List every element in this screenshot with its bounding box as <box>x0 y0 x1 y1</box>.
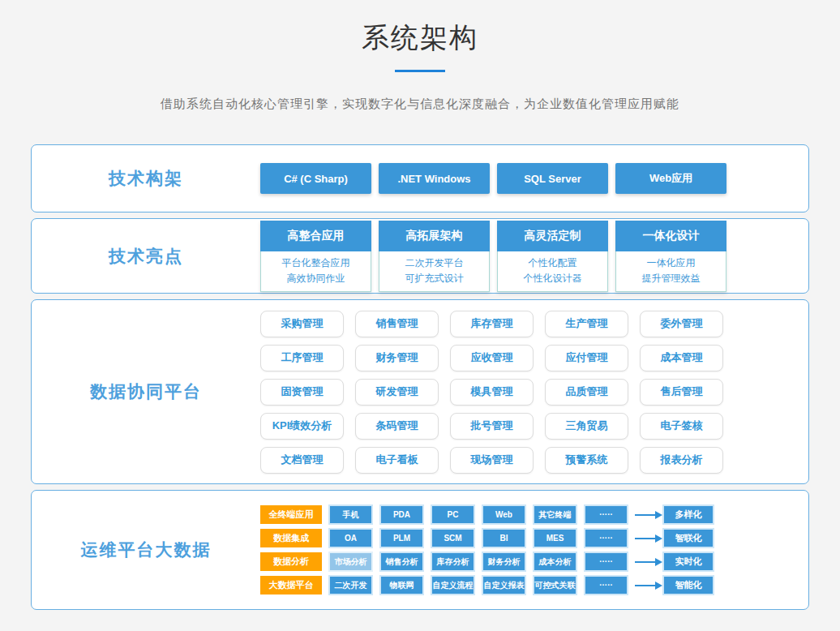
ops-category-badge: 大数据平台 <box>260 576 322 595</box>
ops-result-badge: 多样化 <box>662 504 714 525</box>
tech-button-dotnet-windows[interactable]: .NET Windows <box>379 163 490 194</box>
module-button-purchasing[interactable]: 采购管理 <box>260 311 344 337</box>
highlight-line: 一体化应用 <box>616 255 726 271</box>
title-underline <box>395 70 445 72</box>
module-button-quality[interactable]: 品质管理 <box>545 379 628 406</box>
ops-row-bigdata: 大数据平台 二次开发 物联网 自定义流程 自定义报表 可控式关联 ····· 智… <box>260 575 714 595</box>
section-tech-framework: 技术构架 C# (C Sharp) .NET Windows SQL Serve… <box>31 144 809 212</box>
section-tech-highlights: 技术亮点 高整合应用 平台化整合应用 高效协同作业 高拓展架构 二次开发平台 可… <box>31 218 809 294</box>
ops-cell: 手机 <box>328 504 373 525</box>
module-button-mold[interactable]: 模具管理 <box>450 379 534 406</box>
ops-cell: MES <box>533 528 577 548</box>
ops-cell: PLM <box>379 528 424 548</box>
highlight-card-extensibility: 高拓展架构 二次开发平台 可扩充式设计 <box>379 221 490 292</box>
module-button-inventory[interactable]: 库存管理 <box>450 311 534 337</box>
highlight-line: 平台化整合应用 <box>261 255 371 271</box>
module-button-sales[interactable]: 销售管理 <box>355 311 439 337</box>
highlight-line: 可扩充式设计 <box>379 271 489 286</box>
page-header: 系统架构 借助系统自动化核心管理引擎，实现数字化与信息化深度融合，为企业数值化管… <box>0 0 840 112</box>
tech-button-web-app[interactable]: Web应用 <box>615 163 726 194</box>
module-button-e-signature[interactable]: 电子签核 <box>640 413 723 440</box>
module-button-receivables[interactable]: 应收管理 <box>450 345 534 371</box>
module-button-payables[interactable]: 应付管理 <box>545 345 628 371</box>
sections-container: 技术构架 C# (C Sharp) .NET Windows SQL Serve… <box>31 144 809 610</box>
section-data-platform: 数据协同平台 采购管理 销售管理 库存管理 生产管理 委外管理 工序管理 财务管… <box>31 299 809 484</box>
ops-cell: 二次开发 <box>328 575 373 595</box>
ops-cell: 自定义流程 <box>431 575 475 595</box>
module-button-rnd[interactable]: 研发管理 <box>355 379 439 406</box>
ops-cell: OA <box>328 528 373 548</box>
section-label-tech-framework: 技术构架 <box>32 167 260 190</box>
highlight-card-integration: 高整合应用 平台化整合应用 高效协同作业 <box>260 221 371 292</box>
arrow-right-icon <box>635 538 656 539</box>
ops-result-badge: 智能化 <box>662 575 714 595</box>
page-subtitle: 借助系统自动化核心管理引擎，实现数字化与信息化深度融合，为企业数值化管理应用赋能 <box>0 97 840 112</box>
module-button-after-sales[interactable]: 售后管理 <box>640 379 723 406</box>
ops-result-badge: 实时化 <box>662 552 714 572</box>
page-title: 系统架构 <box>0 19 840 57</box>
ops-cell: PDA <box>379 504 424 525</box>
module-button-triangle-trade[interactable]: 三角贸易 <box>545 413 628 440</box>
module-button-report-analysis[interactable]: 报表分析 <box>640 447 723 474</box>
ops-cell: 成本分析 <box>533 552 577 572</box>
highlight-line: 个性化配置 <box>498 255 607 271</box>
ops-cell: 财务分析 <box>482 552 526 572</box>
highlight-cards-row: 高整合应用 平台化整合应用 高效协同作业 高拓展架构 二次开发平台 可扩充式设计… <box>260 221 726 292</box>
highlight-card-title: 高整合应用 <box>260 221 371 251</box>
module-button-finance[interactable]: 财务管理 <box>355 345 439 371</box>
section-label-tech-highlights: 技术亮点 <box>32 245 260 268</box>
ops-rows: 全终端应用 手机 PDA PC Web 其它终端 ····· 多样化 数据集成 … <box>260 504 714 595</box>
highlight-card-title: 高灵活定制 <box>497 221 608 251</box>
module-button-shopfloor[interactable]: 现场管理 <box>450 447 534 474</box>
module-grid: 采购管理 销售管理 库存管理 生产管理 委外管理 工序管理 财务管理 应收管理 … <box>260 311 723 474</box>
ops-cell: SCM <box>431 528 475 548</box>
ops-row-terminals: 全终端应用 手机 PDA PC Web 其它终端 ····· 多样化 <box>260 504 714 525</box>
module-button-production[interactable]: 生产管理 <box>545 311 628 337</box>
tech-button-csharp[interactable]: C# (C Sharp) <box>260 163 371 194</box>
highlight-card-title: 一体化设计 <box>615 221 726 251</box>
arrow-right-icon <box>635 514 656 516</box>
module-button-barcode[interactable]: 条码管理 <box>355 413 439 440</box>
highlight-line: 个性化设计器 <box>498 271 607 286</box>
ops-category-badge: 全终端应用 <box>260 505 322 524</box>
highlight-card-body: 一体化应用 提升管理效益 <box>615 251 726 292</box>
highlight-line: 提升管理效益 <box>616 271 726 286</box>
ops-cell: 市场分析 <box>328 552 373 572</box>
ops-cell: PC <box>431 504 475 525</box>
highlight-card-flexibility: 高灵活定制 个性化配置 个性化设计器 <box>497 221 608 292</box>
module-button-kpi[interactable]: KPI绩效分析 <box>260 413 344 440</box>
module-button-cost[interactable]: 成本管理 <box>640 345 723 371</box>
ops-category-badge: 数据分析 <box>260 552 322 571</box>
highlight-card-title: 高拓展架构 <box>379 221 490 251</box>
module-button-fixed-assets[interactable]: 固资管理 <box>260 379 344 406</box>
highlight-line: 高效协同作业 <box>261 271 371 286</box>
tech-buttons-row: C# (C Sharp) .NET Windows SQL Server Web… <box>260 163 726 194</box>
arrow-right-icon <box>635 585 656 586</box>
ops-cell-ellipsis: ····· <box>584 575 628 595</box>
ops-cell-ellipsis: ····· <box>584 528 628 548</box>
ops-cell: 库存分析 <box>431 552 475 572</box>
ops-cell: 其它终端 <box>533 504 577 525</box>
ops-cell-ellipsis: ····· <box>584 504 628 525</box>
module-button-outsourcing[interactable]: 委外管理 <box>640 311 723 337</box>
module-button-documents[interactable]: 文档管理 <box>260 447 344 474</box>
ops-row-integration: 数据集成 OA PLM SCM BI MES ····· 智联化 <box>260 528 714 548</box>
arrow-right-icon <box>635 561 656 563</box>
highlight-card-body: 平台化整合应用 高效协同作业 <box>260 251 371 292</box>
tech-button-sql-server[interactable]: SQL Server <box>497 163 608 194</box>
ops-result-badge: 智联化 <box>662 528 714 548</box>
ops-row-analysis: 数据分析 市场分析 销售分析 库存分析 财务分析 成本分析 ····· 实时化 <box>260 552 714 572</box>
section-label-ops-platform: 运维平台大数据 <box>32 539 260 561</box>
ops-category-badge: 数据集成 <box>260 529 322 547</box>
ops-cell: 物联网 <box>379 575 424 595</box>
ops-cell-ellipsis: ····· <box>584 552 628 572</box>
module-button-process[interactable]: 工序管理 <box>260 345 344 371</box>
ops-cell: BI <box>482 528 526 548</box>
module-button-batch[interactable]: 批号管理 <box>450 413 534 440</box>
ops-cell: 自定义报表 <box>482 575 526 595</box>
module-button-alert-system[interactable]: 预警系统 <box>545 447 628 474</box>
ops-cell: 可控式关联 <box>533 575 577 595</box>
module-button-e-kanban[interactable]: 电子看板 <box>355 447 439 474</box>
ops-cell: Web <box>482 504 526 525</box>
highlight-card-all-in-one: 一体化设计 一体化应用 提升管理效益 <box>615 221 726 292</box>
